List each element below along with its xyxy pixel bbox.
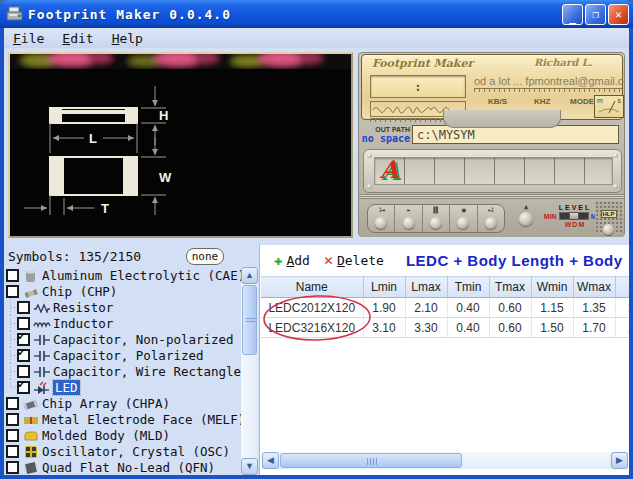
list-item-led[interactable]: ✔ LED <box>4 379 241 395</box>
stop-button[interactable]: ■ <box>450 205 477 232</box>
scroll-right-button[interactable]: ▶ <box>611 452 628 469</box>
table-row[interactable]: LEDC2012X120 1.90 2.10 0.40 0.60 1.15 1.… <box>261 298 629 318</box>
list-item-inductor[interactable]: Inductor <box>4 315 241 331</box>
preview-canvas: H L W <box>8 52 353 238</box>
cell-wmax[interactable]: 1.35 <box>573 298 615 318</box>
cell-wmin[interactable]: 1.50 <box>531 318 573 338</box>
play-button[interactable]: ► <box>395 205 422 232</box>
list-item-chip[interactable]: Chip (CHP) <box>4 283 241 299</box>
app-icon <box>6 5 24 23</box>
none-button[interactable]: none <box>186 248 224 265</box>
cell-name[interactable]: LEDC2012X120 <box>261 298 363 318</box>
checkbox[interactable] <box>6 413 19 426</box>
cell-tmin[interactable]: 0.40 <box>447 298 489 318</box>
scroll-left-button[interactable]: ◀ <box>262 452 279 469</box>
column-header-lmax[interactable]: Lmax <box>405 277 447 298</box>
list-item-capacitor-nonpolarized[interactable]: ✔ Capacitor, Non-polarized <box>4 331 241 347</box>
window-title: Footprint Maker 0.0.4.0 <box>28 7 562 22</box>
checkbox[interactable] <box>6 429 19 442</box>
column-header-tmax[interactable]: Tmax <box>489 277 531 298</box>
list-item-label: Oscillator, Crystal (OSC) <box>42 444 230 459</box>
eject-button[interactable]: ▲ <box>517 202 535 230</box>
checkbox[interactable] <box>17 365 30 378</box>
screw-icon <box>613 153 618 158</box>
level-slider-thumb[interactable] <box>569 212 579 220</box>
list-item-label: Capacitor, Non-polarized <box>53 332 234 347</box>
next-icon: ►I <box>478 206 504 214</box>
radio-face-tab <box>443 110 561 128</box>
minimize-button[interactable]: _ <box>562 4 583 25</box>
column-header-lmin[interactable]: Lmin <box>363 277 405 298</box>
list-item-qfn[interactable]: Quad Flat No-Lead (QFN) <box>4 459 241 475</box>
menu-edit[interactable]: Edit <box>53 30 102 47</box>
checkbox[interactable] <box>6 445 19 458</box>
maximize-button[interactable]: ❐ <box>585 4 606 25</box>
list-item-oscillator[interactable]: Oscillator, Crystal (OSC) <box>4 443 241 459</box>
cell-tmax[interactable]: 0.60 <box>489 298 531 318</box>
title-bar[interactable]: Footprint Maker 0.0.4.0 _ ❐ ✕ <box>0 0 633 28</box>
list-item-melf[interactable]: Metal Electrode Face (MELF) <box>4 411 241 427</box>
column-header-h[interactable]: H <box>615 277 629 298</box>
scroll-down-button[interactable]: ▼ <box>241 458 258 475</box>
cell-tmax[interactable]: 0.60 <box>489 318 531 338</box>
checkbox[interactable] <box>6 397 19 410</box>
cell-lmax[interactable]: 2.10 <box>405 298 447 318</box>
scrollbar-thumb[interactable] <box>280 453 462 468</box>
scrollbar-thumb[interactable] <box>242 285 257 355</box>
minimize-icon: _ <box>569 9 576 26</box>
checkbox[interactable] <box>6 461 19 474</box>
cell-wmax[interactable]: 1.70 <box>573 318 615 338</box>
help-button[interactable] <box>603 224 614 235</box>
column-header-name[interactable]: Name <box>261 277 363 298</box>
delete-button[interactable]: Delete <box>337 253 384 268</box>
scroll-up-button[interactable]: ▲ <box>241 267 258 284</box>
list-item-label: Inductor <box>53 316 113 331</box>
checkbox[interactable]: ✔ <box>17 333 30 346</box>
close-button[interactable]: ✕ <box>608 4 629 25</box>
resistor-icon <box>33 300 51 314</box>
column-header-wmin[interactable]: Wmin <box>531 277 573 298</box>
cell-tmin[interactable]: 0.40 <box>447 318 489 338</box>
checkbox[interactable] <box>6 269 19 282</box>
column-header-tmin[interactable]: Tmin <box>447 277 489 298</box>
table-row[interactable]: LEDC3216X120 3.10 3.30 0.40 0.60 1.50 1.… <box>261 318 629 338</box>
checkbox[interactable]: ✔ <box>17 349 30 362</box>
checkbox[interactable]: ✔ <box>17 381 30 394</box>
tray-slot: A A <box>374 157 613 185</box>
add-button[interactable]: Add <box>286 253 309 268</box>
menu-file[interactable]: File <box>4 30 53 47</box>
cell-h[interactable]: 1.2 <box>615 298 629 318</box>
list-item-aluminum-electrolytic[interactable]: Aluminum Electrolytic (CAE) <box>4 267 241 283</box>
column-header-wmax[interactable]: Wmax <box>573 277 615 298</box>
list-item-molded-body[interactable]: Molded Body (MLD) <box>4 427 241 443</box>
list-item-capacitor-polarized[interactable]: ✔ Capacitor, Polarized <box>4 347 241 363</box>
list-item-chip-array[interactable]: Chip Array (CHPA) <box>4 395 241 411</box>
delete-icon: ✕ <box>324 251 333 269</box>
symbol-list-scrollbar[interactable]: ▲ ▼ <box>241 267 258 475</box>
cell-lmin[interactable]: 3.10 <box>363 318 405 338</box>
capacitor-icon <box>33 348 51 362</box>
cell-wmin[interactable]: 1.15 <box>531 298 573 318</box>
level-slider[interactable] <box>559 212 589 220</box>
lcd-display: : <box>370 75 466 98</box>
thumb-grip <box>246 318 255 324</box>
screw-icon <box>613 184 618 189</box>
list-item-resistor[interactable]: Resistor <box>4 299 241 315</box>
checkbox[interactable] <box>17 301 30 314</box>
checkbox[interactable] <box>17 317 30 330</box>
menu-help[interactable]: Help <box>103 30 152 47</box>
cell-name[interactable]: LEDC3216X120 <box>261 318 363 338</box>
check-icon: ✔ <box>18 378 25 391</box>
table-horizontal-scrollbar[interactable]: ◀ ▶ <box>262 452 628 469</box>
pause-button[interactable]: ▌▌ <box>423 205 450 232</box>
previous-button[interactable]: I◄ <box>368 205 395 232</box>
next-button[interactable]: ►I <box>478 205 504 232</box>
list-item-label: Aluminum Electrolytic (CAE) <box>42 268 241 283</box>
add-icon: ✚ <box>274 252 282 268</box>
cell-h[interactable]: 1.2 <box>615 318 629 338</box>
cell-lmin[interactable]: 1.90 <box>363 298 405 318</box>
table-toolbar: ✚ Add ✕ Delete LEDC + Body Length + Body <box>260 245 629 275</box>
list-item-capacitor-wire-rectangle[interactable]: Capacitor, Wire Rectangle <box>4 363 241 379</box>
cell-lmax[interactable]: 3.30 <box>405 318 447 338</box>
checkbox[interactable] <box>6 285 19 298</box>
